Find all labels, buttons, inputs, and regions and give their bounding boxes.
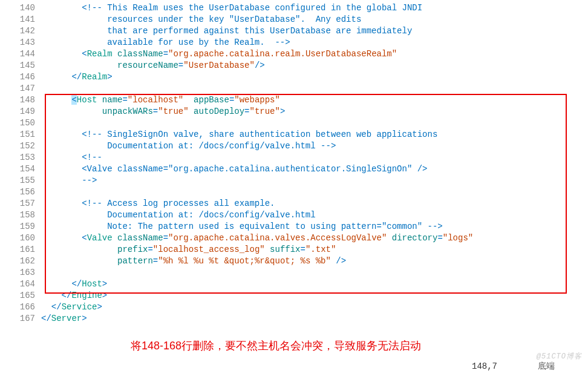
code-line[interactable]: 141 resources under the key "UserDatabas… [0, 14, 588, 25]
code-line[interactable]: 161 prefix="localhost_access_log" suffix… [0, 244, 588, 256]
code-content[interactable]: Note: The pattern used is equivalent to … [41, 221, 443, 233]
code-content[interactable]: <Valve className="org.apache.catalina.au… [41, 163, 428, 175]
code-line[interactable]: 148 <Host name="localhost" appBase="weba… [0, 94, 588, 106]
code-line[interactable]: 166 </Service> [0, 302, 588, 313]
code-content[interactable]: --> [41, 175, 97, 186]
line-number: 156 [0, 186, 41, 198]
line-number: 148 [0, 94, 41, 106]
code-line[interactable]: 149 unpackWARs="true" autoDeploy="true"> [0, 106, 588, 117]
code-line[interactable]: 158 Documentation at: /docs/config/valve… [0, 209, 588, 221]
status-cursor-position: 148,7 [472, 361, 497, 372]
line-number: 164 [0, 279, 41, 290]
code-line[interactable]: 153 <!-- [0, 152, 588, 163]
code-content[interactable]: <!-- SingleSignOn valve, share authentic… [41, 129, 437, 140]
code-line[interactable]: 160 <Valve className="org.apache.catalin… [0, 233, 588, 244]
line-number: 144 [0, 48, 41, 60]
line-number: 142 [0, 25, 41, 37]
line-number: 159 [0, 221, 41, 233]
code-editor[interactable]: 140 <!-- This Realm uses the UserDatabas… [0, 0, 588, 325]
line-number: 162 [0, 256, 41, 267]
line-number: 145 [0, 60, 41, 71]
line-number: 163 [0, 267, 41, 279]
code-line[interactable]: 151 <!-- SingleSignOn valve, share authe… [0, 129, 588, 140]
code-content[interactable]: pattern="%h %l %u %t &quot;%r&quot; %s %… [41, 256, 346, 267]
code-content[interactable]: resources under the key "UserDatabase". … [41, 14, 361, 25]
code-content[interactable]: </Engine> [41, 290, 107, 302]
code-content[interactable]: that are performed against this UserData… [41, 25, 412, 37]
line-number: 166 [0, 302, 41, 313]
code-line[interactable]: 142 that are performed against this User… [0, 25, 588, 37]
line-number: 161 [0, 244, 41, 256]
watermark: @51CTO博客 [537, 351, 582, 363]
line-number: 150 [0, 117, 41, 129]
code-content[interactable]: available for use by the Realm. --> [41, 37, 290, 48]
line-number: 165 [0, 290, 41, 302]
code-content[interactable]: <Valve className="org.apache.catalina.va… [41, 233, 473, 244]
line-number: 167 [0, 313, 41, 325]
code-content[interactable]: </Realm> [41, 71, 113, 83]
code-line[interactable]: 165 </Engine> [0, 290, 588, 302]
code-line[interactable]: 154 <Valve className="org.apache.catalin… [0, 163, 588, 175]
line-number: 143 [0, 37, 41, 48]
line-number: 158 [0, 209, 41, 221]
code-line[interactable]: 143 available for use by the Realm. --> [0, 37, 588, 48]
line-number: 160 [0, 233, 41, 244]
code-line[interactable]: 156 [0, 186, 588, 198]
line-number: 152 [0, 140, 41, 152]
code-content[interactable]: <!-- Access log processes all example. [41, 198, 275, 209]
code-content[interactable]: <!-- This Realm uses the UserDatabase co… [41, 2, 422, 14]
line-number: 153 [0, 152, 41, 163]
code-line[interactable]: 159 Note: The pattern used is equivalent… [0, 221, 588, 233]
code-line[interactable]: 150 [0, 117, 588, 129]
code-content[interactable]: </Service> [41, 302, 102, 313]
code-content[interactable]: resourceName="UserDatabase"/> [41, 60, 265, 71]
line-number: 146 [0, 71, 41, 83]
code-content[interactable]: <Realm className="org.apache.catalina.re… [41, 48, 397, 60]
code-content[interactable]: Documentation at: /docs/config/valve.htm… [41, 140, 336, 152]
code-line[interactable]: 145 resourceName="UserDatabase"/> [0, 60, 588, 71]
line-number: 140 [0, 2, 41, 14]
line-number: 147 [0, 83, 41, 94]
annotation-text: 将148-168行删除，要不然主机名会冲突，导致服务无法启动 [131, 340, 421, 352]
code-line[interactable]: 146 </Realm> [0, 71, 588, 83]
line-number: 154 [0, 163, 41, 175]
code-content[interactable]: unpackWARs="true" autoDeploy="true"> [41, 106, 285, 117]
line-number: 155 [0, 175, 41, 186]
line-number: 157 [0, 198, 41, 209]
code-line[interactable]: 164 </Host> [0, 279, 588, 290]
code-content[interactable]: Documentation at: /docs/config/valve.htm… [41, 209, 316, 221]
code-line[interactable]: 162 pattern="%h %l %u %t &quot;%r&quot; … [0, 256, 588, 267]
code-line[interactable]: 167</Server> [0, 313, 588, 325]
code-line[interactable]: 157 <!-- Access log processes all exampl… [0, 198, 588, 209]
code-content[interactable]: <!-- [41, 152, 102, 163]
code-line[interactable]: 144 <Realm className="org.apache.catalin… [0, 48, 588, 60]
line-number: 141 [0, 14, 41, 25]
code-content[interactable]: </Server> [41, 313, 87, 325]
line-number: 151 [0, 129, 41, 140]
code-content[interactable]: </Host> [41, 279, 107, 290]
code-line[interactable]: 155 --> [0, 175, 588, 186]
code-content[interactable]: prefix="localhost_access_log" suffix=".t… [41, 244, 336, 256]
code-line[interactable]: 140 <!-- This Realm uses the UserDatabas… [0, 2, 588, 14]
code-line[interactable]: 147 [0, 83, 588, 94]
code-line[interactable]: 152 Documentation at: /docs/config/valve… [0, 140, 588, 152]
code-line[interactable]: 163 [0, 267, 588, 279]
code-content[interactable]: <Host name="localhost" appBase="webapps" [41, 94, 280, 106]
line-number: 149 [0, 106, 41, 117]
